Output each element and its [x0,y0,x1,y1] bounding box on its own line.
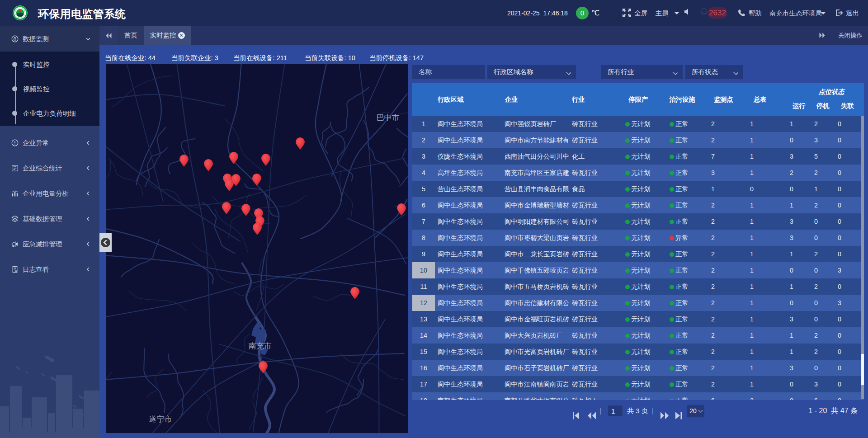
svg-text:遂宁市: 遂宁市 [149,415,172,424]
svg-text:巴中市: 巴中市 [377,113,400,122]
svg-text:南充市: 南充市 [249,342,272,350]
